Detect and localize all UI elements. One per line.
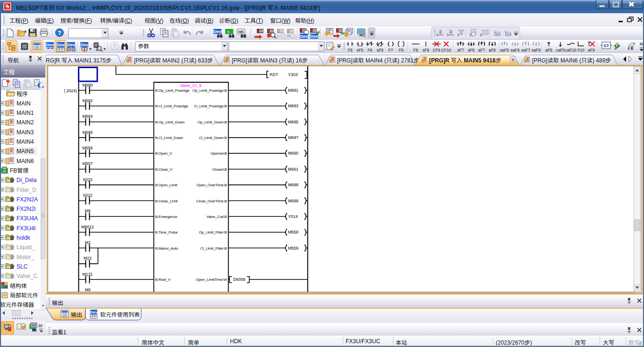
svg-text:F7: F7: [389, 48, 393, 52]
svg-text:B:Cl_Limit_Down: B:Cl_Limit_Down: [155, 136, 183, 140]
svg-text:Dev: Dev: [57, 43, 65, 47]
svg-text:Valve_Cr_9: Valve_Cr_9: [180, 83, 201, 88]
svg-text:?: ?: [58, 29, 61, 36]
svg-text:saF8: saF8: [532, 48, 541, 52]
svg-text:saF7: saF7: [521, 48, 530, 52]
svg-text:M688: M688: [288, 182, 298, 187]
svg-text:M9: M9: [85, 287, 90, 292]
svg-text:Y014: Y014: [288, 214, 298, 219]
svg-text:ST: ST: [603, 43, 609, 48]
svg-text:Dev: Dev: [213, 29, 221, 34]
svg-text:saF5: saF5: [500, 48, 509, 52]
svg-text:F8: F8: [399, 48, 404, 52]
svg-text:B:Time_Pulse: B:Time_Pulse: [155, 230, 178, 234]
svg-text:M558: M558: [288, 230, 298, 234]
svg-text:M22: M22: [84, 256, 92, 260]
svg-text:CF9: CF9: [432, 48, 440, 52]
svg-text:M556: M556: [82, 146, 93, 150]
svg-text:MAIN5: MAIN5: [17, 148, 34, 155]
svg-text:M561: M561: [288, 167, 298, 172]
svg-text:M557: M557: [82, 161, 93, 166]
svg-text:Open_LimitTime:W: Open_LimitTime:W: [196, 278, 227, 282]
svg-text:FX2N2A: FX2N2A: [17, 196, 38, 203]
svg-text:B:Close_V: B:Close_V: [155, 167, 173, 172]
svg-text:B:Cl_Limit_Posedge: B:Cl_Limit_Posedge: [155, 104, 188, 108]
svg-text:caF10: caF10: [565, 48, 576, 52]
svg-text:RST: RST: [270, 72, 279, 77]
svg-text:M681: M681: [288, 88, 298, 93]
svg-text:Valve_C: Valve_C: [17, 273, 38, 279]
svg-text:HK: HK: [238, 30, 244, 34]
svg-text:F9: F9: [414, 48, 418, 52]
svg-text:Y303: Y303: [288, 72, 298, 77]
svg-text:Filter_D: Filter_D: [17, 187, 36, 193]
svg-text:结构体: 结构体: [10, 283, 27, 289]
svg-text:B:Emergence: B:Emergence: [155, 215, 178, 219]
svg-text:B:Op_Limit_Posedge: B:Op_Limit_Posedge: [155, 88, 190, 93]
svg-text:M684: M684: [82, 114, 93, 119]
svg-text:B:Manul_Auto: B:Manul_Auto: [155, 246, 178, 251]
svg-text:M685: M685: [288, 120, 298, 124]
svg-text:M8: M8: [85, 208, 90, 213]
svg-text:F5: F5: [348, 48, 353, 52]
svg-text:B:Close_Limit: B:Close_Limit: [155, 199, 178, 203]
svg-text:参数: 参数: [138, 43, 149, 50]
svg-text:M2: M2: [85, 240, 90, 245]
svg-text:B:Rset_V: B:Rset_V: [155, 278, 171, 282]
svg-text:>_: >_: [227, 30, 232, 34]
svg-text:sF5: sF5: [356, 48, 363, 52]
svg-text:M686: M686: [82, 130, 93, 135]
svg-text:aF8: aF8: [489, 48, 496, 52]
svg-text:aF7: aF7: [478, 48, 485, 52]
svg-text:Op_Limit_Filter:B: Op_Limit_Filter:B: [199, 230, 227, 234]
svg-text:M689: M689: [288, 199, 298, 203]
svg-text:sF8: sF8: [468, 48, 475, 52]
svg-text:Cl_Limit_Posedge:B: Cl_Limit_Posedge:B: [194, 104, 227, 108]
svg-text:M560: M560: [288, 151, 298, 156]
svg-text:F6: F6: [368, 48, 373, 52]
svg-text:holdk: holdk: [17, 234, 31, 241]
svg-text:Valve_Coil:B: Valve_Coil:B: [206, 215, 227, 219]
svg-text:MAIN: MAIN: [17, 100, 31, 107]
svg-text:MAIN2: MAIN2: [17, 119, 34, 126]
svg-text:X023: X023: [83, 177, 93, 182]
svg-text:( 2024): ( 2024): [64, 88, 77, 93]
svg-text:sF9: sF9: [423, 48, 429, 52]
svg-text:FX3U4I: FX3U4I: [17, 225, 36, 232]
svg-text:sF6: sF6: [377, 48, 383, 52]
svg-text:Dev: Dev: [300, 34, 308, 39]
svg-text:D6056: D6056: [233, 277, 246, 282]
svg-text:Op_Limit_Posedge:B: Op_Limit_Posedge:B: [193, 88, 227, 93]
svg-text:CF10: CF10: [441, 48, 451, 52]
svg-text:F10: F10: [577, 48, 585, 52]
svg-text:aF9: aF9: [588, 48, 595, 52]
svg-text:局部软元件: 局部软元件: [10, 292, 38, 299]
svg-text:Close_OverTime:B: Close_OverTime:B: [196, 199, 227, 203]
svg-text:M131: M131: [82, 272, 93, 277]
svg-text:MAIN6: MAIN6: [17, 158, 34, 165]
svg-text:FX2N2I: FX2N2I: [17, 206, 36, 212]
svg-text:M682: M682: [82, 98, 93, 103]
svg-text:B:Open_Limit: B:Open_Limit: [155, 183, 178, 187]
svg-text:M8012: M8012: [81, 225, 94, 229]
svg-text:B:Op_Limit_Down: B:Op_Limit_Down: [155, 120, 185, 124]
svg-text:Cl_Limit_Filter:B: Cl_Limit_Filter:B: [200, 246, 227, 251]
svg-text:M680: M680: [82, 83, 93, 87]
svg-text:Liquid_: Liquid_: [17, 244, 35, 251]
svg-text:saF6: saF6: [511, 48, 520, 52]
svg-text:X022: X022: [83, 193, 93, 198]
svg-text:MAIN4: MAIN4: [17, 139, 34, 145]
svg-text:Motor_: Motor_: [17, 254, 34, 260]
svg-text:B:Open_V: B:Open_V: [155, 151, 173, 156]
svg-text:M683: M683: [288, 104, 298, 108]
svg-text:M687: M687: [288, 135, 298, 140]
svg-text:SLC: SLC: [17, 263, 28, 270]
svg-text:Cl_Limit_Down:B: Cl_Limit_Down:B: [199, 136, 227, 140]
svg-text:Closed:B: Closed:B: [212, 167, 227, 172]
svg-text:Dev: Dev: [310, 34, 318, 39]
svg-text:Open_OverTime:B: Open_OverTime:B: [196, 183, 227, 187]
svg-text:Opened:B: Opened:B: [211, 151, 227, 156]
svg-text:?: ?: [113, 43, 117, 50]
svg-text:Op_Limit_Down:B: Op_Limit_Down:B: [197, 120, 227, 124]
svg-text:aF5: aF5: [545, 48, 552, 52]
